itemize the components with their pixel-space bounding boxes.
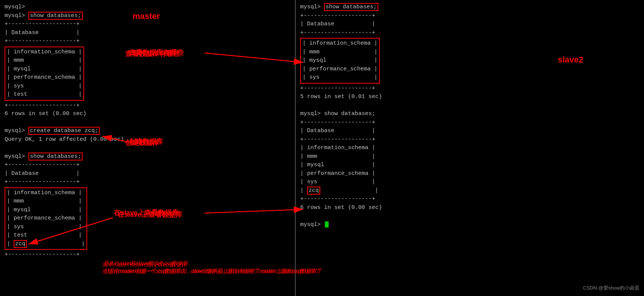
db-item: | mysql | bbox=[300, 161, 639, 170]
blank bbox=[5, 118, 290, 127]
master-label: master bbox=[133, 11, 160, 21]
prompt-cursor: mysql> bbox=[300, 221, 639, 229]
db-item: | mmm | bbox=[7, 197, 85, 206]
slave2-label: slave2 bbox=[558, 55, 583, 65]
rows-info: 6 rows in set (0.00 sec) bbox=[5, 110, 290, 118]
db-item: | mmm | bbox=[7, 56, 82, 65]
term-line-right-show1: mysql> show databases; bbox=[300, 3, 639, 12]
db-item-zcq: | zcq | bbox=[7, 240, 85, 249]
db-item: | mysql | bbox=[7, 206, 85, 215]
db-header: | Database | bbox=[300, 20, 639, 29]
db-item: | mysql | bbox=[7, 65, 82, 74]
db-item: | performance_schema | bbox=[7, 214, 85, 223]
db-item: | performance_schema | bbox=[302, 65, 378, 74]
db-list-box-2: | information_schema | | mmm | | mysql |… bbox=[5, 187, 87, 250]
right-panel: slave2 mysql> show databases; +---------… bbox=[296, 0, 644, 296]
separator: +--------------------+ bbox=[300, 118, 639, 127]
zcq-box-right: zcq bbox=[307, 187, 320, 195]
db-item: | mmm | bbox=[300, 153, 639, 161]
db-item: | performance_schema | bbox=[7, 73, 82, 82]
separator: +--------------------+ bbox=[5, 37, 290, 46]
db-header: | Database | bbox=[5, 29, 290, 37]
left-panel: master mysql> mysql> show databases; +--… bbox=[0, 0, 296, 296]
create-database-box: create database zcq; bbox=[28, 127, 100, 135]
db-item: | information_schema | bbox=[300, 144, 639, 153]
annotation-create-db: 创建数据库 bbox=[125, 138, 159, 147]
csdn-credit: CSDN @爱show的小卤蛋 bbox=[583, 285, 639, 291]
blank bbox=[300, 101, 639, 110]
db-item: | information_schema | bbox=[7, 48, 82, 57]
db-item: | information_schema | bbox=[7, 189, 85, 198]
separator: +--------------------+ bbox=[300, 29, 639, 37]
note-line2: 但是在master创建一个zcq数据库后，slave2服务器上面自动就有了mas… bbox=[102, 268, 321, 275]
db-item: | performance_schema | bbox=[300, 170, 639, 178]
db-item: | sys | bbox=[300, 178, 639, 187]
term-line: mysql> bbox=[5, 3, 290, 12]
db-item: | sys | bbox=[7, 82, 82, 91]
show-databases-box-right-1: show databases; bbox=[324, 3, 378, 11]
note-line1: 原本master和slave都没有zcq数据库 bbox=[102, 262, 321, 268]
separator: +--------------------+ bbox=[300, 84, 639, 93]
separator: +--------------------+ bbox=[5, 101, 290, 110]
annotation-check-db: 查看数据库有哪些 bbox=[125, 49, 180, 58]
db-item-zcq-right: | zcq | bbox=[300, 187, 639, 195]
rows-info: 6 rows in set (0.00 sec) bbox=[300, 204, 639, 212]
db-item: | sys | bbox=[302, 73, 378, 82]
bottom-note: 原本master和slave都没有zcq数据库 但是在master创建一个zcq… bbox=[102, 262, 321, 275]
db-header: | Database | bbox=[300, 127, 639, 136]
term-line-right-show2: mysql> show databases; bbox=[300, 110, 639, 118]
term-line-create: mysql> create database zcq; bbox=[5, 127, 290, 136]
separator: +--------------------+ bbox=[5, 251, 290, 259]
separator: +--------------------+ bbox=[5, 161, 290, 170]
rows-info: 5 rows in set (0.01 sec) bbox=[300, 93, 639, 101]
main-container: master mysql> mysql> show databases; +--… bbox=[0, 0, 644, 296]
annotation-slave-check: 在slave上查看数据库 bbox=[118, 210, 182, 219]
separator: +--------------------+ bbox=[5, 20, 290, 29]
db-header: | Database | bbox=[5, 170, 290, 178]
cursor bbox=[325, 221, 329, 227]
db-item: | mysql | bbox=[302, 56, 378, 65]
separator: +--------------------+ bbox=[300, 195, 639, 204]
db-list-box-right-1: | information_schema | | mmm | | mysql |… bbox=[300, 38, 380, 84]
blank bbox=[300, 212, 639, 221]
zcq-box-left: zcq bbox=[14, 240, 27, 248]
db-item: | test | bbox=[7, 231, 85, 240]
db-item: | test | bbox=[7, 90, 82, 99]
separator: +--------------------+ bbox=[5, 178, 290, 187]
term-line-show2: mysql> show databases; bbox=[5, 153, 290, 161]
show-databases-box-1: show databases; bbox=[28, 12, 83, 20]
db-item: | sys | bbox=[7, 223, 85, 232]
db-item: | mmm | bbox=[302, 48, 378, 57]
db-item: | information_schema | bbox=[302, 39, 378, 48]
db-list-box-1: | information_schema | | mmm | | mysql |… bbox=[5, 47, 84, 101]
separator: +--------------------+ bbox=[300, 136, 639, 144]
separator: +--------------------+ bbox=[300, 12, 639, 20]
show-databases-box-2: show databases; bbox=[28, 153, 83, 160]
